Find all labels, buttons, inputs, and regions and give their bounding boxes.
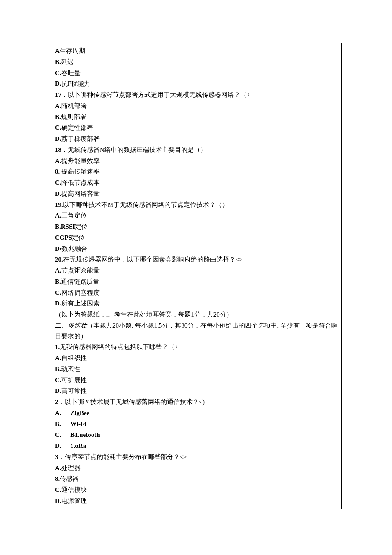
option-letter: A. [55,408,70,418]
q20-option-d: D.所有上述因素 [55,298,340,309]
option-letter: B. [55,366,61,372]
question-text: ．以卜哪种传感涔节点部署方式适用于大规模无线传感器网络？（〉 [61,91,253,98]
option-text: 数兆融合 [62,245,87,252]
m1-option-b: B.动态性 [55,364,340,375]
q19-option-a: A.三角定位 [55,210,340,221]
section-prefix: 二、 [55,322,68,329]
m1-stem: 1.无我传感器网络的特点包括以下哪些？（〉 [55,342,340,352]
option-text: 规则部署 [61,113,86,120]
q19-option-c: CGPS定位 [55,232,340,243]
m3-option-a: A.处理器 [55,463,340,474]
option-letter: C. [55,70,61,76]
q17-stem: 17．以卜哪种传感涔节点部署方式适用于大规模无线传感器网络？（〉 [55,90,340,100]
option-letter: D. [55,387,61,394]
q17-option-d: D.荔于梯度部署 [55,134,340,144]
option-text: 处理器 [61,465,81,471]
option-text: 抗F扰能力 [61,80,90,87]
option-letter: C. [55,377,61,384]
m2-option-d: D.1.oRa [55,441,340,451]
section-title: 多迭壮 [68,322,87,329]
answer-sheet-note: （以卜为答题纸，i。考生在此处填耳答寞，每题1分，共20分） [55,309,340,320]
q16-option-b: B.延迟 [55,57,340,67]
option-letter: B.RSSI [55,223,75,230]
q17-option-a: A.随机部署 [55,101,340,111]
m1-option-c: C.可扩展性 [55,375,340,386]
q19-option-d: D•数兆融合 [55,244,340,254]
m3-stem: 3．传序零节点的能耗主要分布在哪些部分？<> [55,452,340,462]
option-text: 随机部署 [61,102,87,109]
q16-option-a: A生存周期 [55,46,340,56]
option-letter: D. [55,80,61,87]
option-letter: A. [55,267,61,274]
option-text: 网络拥塞程度 [61,289,100,296]
section-2-header: 二、多迭壮（本题共20小题. 每小题1.5分，其30分，在每小例给出的四个选项中… [55,320,340,342]
option-text: 动态性 [61,366,80,372]
option-text: 通信模块 [61,486,87,493]
option-text: 三角定位 [61,212,87,219]
option-text: 生存周期 [60,47,85,54]
option-text: Wi-Fi [70,421,86,427]
option-text: 确定性部署 [61,124,93,131]
question-text: 以下哪种技术不M于无级传感器网络的节点定位技术？（） [63,201,228,208]
option-letter: C. [55,486,61,493]
option-text: 所有上述因素 [61,300,100,307]
q16-option-c: C.吞吐量 [55,68,340,78]
option-letter: A. [55,212,61,219]
option-letter: A. [55,355,61,361]
q17-option-c: C.确定性部署 [55,122,340,133]
q18-stem: 18．无线传感器N络中的数据压端技术主要目的是（） [55,145,340,155]
q20-option-b: B.通信链路质量 [55,276,340,287]
q18-option-b: 8. 提高传输速率 [55,166,340,177]
option-text: ZigBee [70,410,89,416]
question-text: ．无线传感器N络中的数据压端技术主要目的是（） [61,146,207,153]
q18-option-a: A.提舟能量效率 [55,156,340,166]
option-text: 定位 [72,234,85,241]
q16-option-d: D.抗F扰能力 [55,78,340,89]
m2-option-c: C.B1.uetooth [55,430,340,440]
option-text: 高可常性 [61,387,87,394]
option-letter: B. [55,113,61,120]
q17-option-b: B.规则部署 [55,112,340,122]
m1-option-a: A.自组织性 [55,353,340,363]
question-text: ．传序零节点的能耗主要分布在哪些部分？<> [58,453,187,460]
option-text: 吞吐量 [61,70,81,76]
section-rest: （本题共20小题. 每小题1.5分，其30分，在每小例给出的四个选项中, 至少有… [55,322,338,340]
option-text: 提高网络容量 [61,190,100,197]
q18-option-d: D.提高网络容量 [55,189,340,199]
m3-option-b: 8.传感器 [55,474,340,484]
question-number: 2 [55,398,58,405]
question-number: 20. [55,256,63,263]
option-text: 节点粥余能量 [61,267,100,274]
exam-content-box: A生存周期 B.延迟 C.吞吐量 D.抗F扰能力 17．以卜哪种传感涔节点部署方… [54,43,342,509]
option-text: 提高传输速率 [60,168,100,175]
option-text: 1.oRa [70,442,86,449]
question-number: 18 [55,146,61,153]
option-text: 荔于梯度部署 [61,135,100,142]
option-letter: 8. [55,475,60,482]
option-letter: C. [55,179,61,186]
q20-option-a: A.节点粥余能量 [55,265,340,276]
option-letter: C. [55,124,61,131]
option-letter: B. [55,278,61,285]
question-number: 17 [55,91,61,98]
option-text: 自组织性 [61,355,87,361]
m3-option-d: D.电源管理 [55,496,340,506]
question-number: 3 [55,453,58,460]
q20-option-c: C.网络拥塞程度 [55,288,340,298]
m1-option-d: D.高可常性 [55,386,340,396]
question-number: 19. [55,201,63,208]
option-text: 提舟能量效率 [61,157,100,164]
question-text: 无我传感器网络的特点包括以下哪些？（〉 [60,343,181,350]
option-letter: A. [55,465,61,471]
option-text: 延迟 [61,58,74,65]
option-text: 电源管理 [61,497,87,504]
option-letter: D. [55,441,70,451]
q19-stem: 19.以下哪种技术不M于无级传感器网络的节点定位技术？（） [55,200,340,210]
q19-option-b: B.RSSI定位 [55,221,340,232]
question-number: 1. [55,343,60,350]
option-letter: D. [55,190,61,197]
option-text: 定位 [75,223,88,230]
option-letter: A [55,47,60,54]
option-text: 传感器 [60,475,79,482]
option-text: 通信链路质量 [61,278,99,285]
